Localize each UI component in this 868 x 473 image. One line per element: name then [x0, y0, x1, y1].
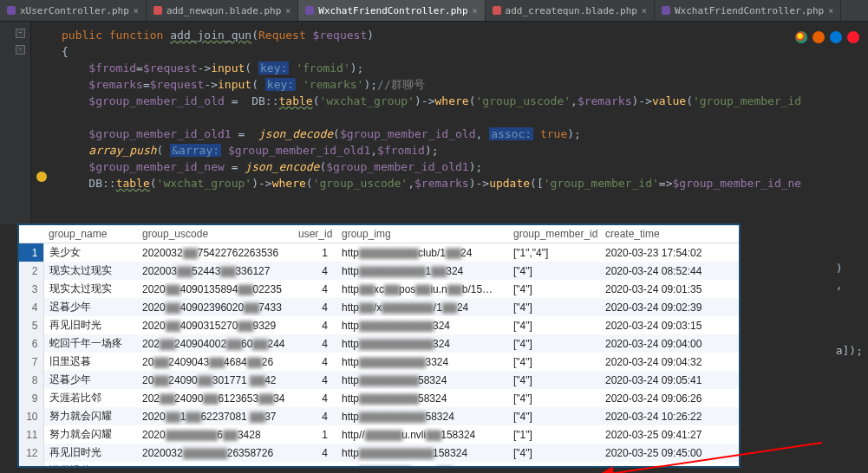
cell-group-uscode: 2020▇▇4090135894▇▇02235 — [137, 280, 293, 298]
close-icon[interactable]: × — [134, 6, 139, 16]
cell-group-img: http▇▇▇▇▇▇▇iu.nvli▇▇158324 — [336, 462, 508, 468]
cell-user-id: 4 — [293, 262, 336, 280]
opera-icon[interactable] — [847, 31, 859, 43]
tab-0[interactable]: xUserController.php× — [0, 0, 147, 21]
cell-user-id: 4 — [293, 353, 336, 371]
tab-3[interactable]: add_createqun.blade.php× — [486, 0, 655, 21]
php-icon — [7, 6, 16, 15]
code-area[interactable]: public function add_join_qun(Request $re… — [31, 22, 801, 224]
table-row[interactable]: 9天涯若比邻202▇▇24090▇▇6123653▇▇344http▇▇▇▇▇▇… — [19, 389, 739, 407]
cell-group-img: http▇▇▇▇▇▇▇▇58324 — [336, 389, 508, 407]
cell-group-name: 现实太过现实 — [43, 280, 137, 298]
cell-group-img: http▇▇▇▇▇▇▇▇▇▇324 — [336, 334, 508, 353]
blade-icon — [493, 6, 501, 15]
tab-4[interactable]: WxchatFriendController.php× — [655, 0, 841, 21]
cell-group-uscode: 2020▇▇4090315270▇▇9329 — [137, 316, 293, 334]
cell-group-name: 再见旧时光 — [43, 444, 137, 462]
table-row[interactable]: 1美少女2020032▇▇754227622635361http▇▇▇▇▇▇▇▇… — [19, 243, 739, 262]
table-row[interactable]: 5再见旧时光2020▇▇4090315270▇▇93294http▇▇▇▇▇▇▇… — [19, 316, 739, 334]
cell-group-member-id: ["4"] — [508, 353, 600, 371]
table-row[interactable]: 10努力就会闪耀2020▇▇1▇▇62237081 ▇▇374http▇▇▇▇▇… — [19, 407, 739, 425]
table-row[interactable]: 6蛇回千年一场疼202▇▇240904002▇▇60▇▇2444http▇▇▇▇… — [19, 334, 739, 353]
cell-group-member-id: ["4"] — [508, 371, 600, 389]
tab-2[interactable]: WxchatFriendController.php× — [298, 0, 485, 21]
col-create_time[interactable]: create_time — [600, 225, 739, 243]
cell-group-img: http▇▇▇▇▇▇▇▇▇1▇▇324 — [336, 262, 508, 280]
cell-group-name: 迟暮少年 — [43, 298, 137, 316]
row-index: 6 — [19, 334, 43, 353]
cell-group-name: 旧里迟暮 — [43, 462, 137, 468]
cell-group-member-id: ["1"] — [508, 425, 600, 444]
cell-user-id: 4 — [293, 298, 336, 316]
browser-icons-toolbar — [795, 31, 859, 43]
fold-icon[interactable]: - — [16, 45, 25, 55]
row-index: 7 — [19, 353, 43, 371]
chrome-icon[interactable] — [795, 31, 807, 43]
cell-create-time: 2020-03-24 08:52:44 — [600, 262, 739, 280]
close-icon[interactable]: × — [642, 6, 647, 16]
cell-user-id: 4 — [293, 389, 336, 407]
col-group_name[interactable]: group_name — [43, 225, 137, 243]
php-icon — [662, 6, 670, 15]
cell-group-member-id: ["1","4"] — [508, 243, 600, 262]
cell-user-id: 1 — [293, 425, 336, 444]
cell-group-uscode: 2020032▇▇▇▇▇▇26358726 — [137, 444, 293, 462]
cell-create-time: 2020-03-24 09:03:15 — [600, 316, 739, 334]
result-table[interactable]: group_namegroup_uscodeuser_idgroup_imggr… — [19, 225, 739, 468]
cell-create-time: 2020-03-24 09:01:35 — [600, 280, 739, 298]
cell-create-time: 2020-03-25 09:41:27 — [600, 425, 739, 444]
gutter: - - — [0, 22, 31, 224]
cell-group-img: http▇▇xc▇▇pos▇▇iu.n▇▇b/15▇▇324 — [336, 280, 508, 298]
col-index[interactable] — [19, 225, 43, 243]
table-row[interactable]: 4迟暮少年2020▇▇40902396020▇▇74334http▇▇/x▇▇▇… — [19, 298, 739, 316]
table-row[interactable]: 13旧里迟暮20200325100305577285530421http▇▇▇▇… — [19, 462, 739, 468]
close-icon[interactable]: × — [473, 6, 478, 16]
table-row[interactable]: 2现实太过现实202003▇▇52443▇▇3361274http▇▇▇▇▇▇▇… — [19, 262, 739, 280]
lightbulb-icon[interactable] — [36, 172, 47, 182]
row-index: 13 — [19, 462, 43, 468]
cell-group-uscode: 2020032510030557728553042 — [137, 462, 293, 468]
cell-group-uscode: 2020▇▇▇▇▇▇▇6▇▇3428 — [137, 425, 293, 444]
col-group_member_id[interactable]: group_member_id — [508, 225, 600, 243]
table-row[interactable]: 7旧里迟暮20▇▇2409043▇▇4684▇▇264http▇▇▇▇▇▇▇▇▇… — [19, 353, 739, 371]
cell-group-name: 现实太过现实 — [43, 262, 137, 280]
cell-group-member-id: ["4"] — [508, 298, 600, 316]
table-row[interactable]: 8迟暮少年20▇▇24090▇▇301771 ▇▇424http▇▇▇▇▇▇▇▇… — [19, 371, 739, 389]
col-group_img[interactable]: group_img — [336, 225, 508, 243]
row-index: 10 — [19, 407, 43, 425]
cell-user-id: 4 — [293, 407, 336, 425]
code-editor[interactable]: - - public function add_join_qun(Request… — [0, 22, 868, 224]
cell-group-uscode: 202▇▇24090▇▇6123653▇▇34 — [137, 389, 293, 407]
row-index: 9 — [19, 389, 43, 407]
col-group_uscode[interactable]: group_uscode — [137, 225, 293, 243]
cell-group-name: 努力就会闪耀 — [43, 425, 137, 444]
fold-icon[interactable]: - — [16, 29, 25, 38]
cell-user-id: 4 — [293, 371, 336, 389]
table-row[interactable]: 11努力就会闪耀2020▇▇▇▇▇▇▇6▇▇34281http//▇▇▇▇▇u.… — [19, 425, 739, 444]
cell-create-time: 2020-03-24 09:06:26 — [600, 389, 739, 407]
close-icon[interactable]: × — [285, 6, 290, 16]
table-row[interactable]: 12再见旧时光2020032▇▇▇▇▇▇263587264http▇▇▇▇▇▇▇… — [19, 444, 739, 462]
cell-user-id: 4 — [293, 444, 336, 462]
cell-user-id: 1 — [293, 243, 336, 262]
cell-group-name: 迟暮少年 — [43, 371, 137, 389]
col-user_id[interactable]: user_id — [293, 225, 336, 243]
cell-group-name: 天涯若比邻 — [43, 389, 137, 407]
tab-1[interactable]: add_newqun.blade.php× — [147, 0, 298, 21]
cell-group-name: 美少女 — [43, 243, 137, 262]
close-icon[interactable]: × — [828, 6, 833, 16]
cell-group-uscode: 202▇▇240904002▇▇60▇▇244 — [137, 334, 293, 353]
row-index: 8 — [19, 371, 43, 389]
cell-user-id: 4 — [293, 316, 336, 334]
cell-create-time: 2020-03-25 09:45:00 — [600, 444, 739, 462]
cell-group-member-id: ["4"] — [508, 280, 600, 298]
ie-icon[interactable] — [830, 31, 842, 43]
row-index: 12 — [19, 444, 43, 462]
cell-create-time: 2020-03-25 10:03:05 — [600, 462, 739, 468]
cell-group-member-id: ["4"] — [508, 262, 600, 280]
cell-group-name: 努力就会闪耀 — [43, 407, 137, 425]
cell-group-member-id: ["4"] — [508, 334, 600, 353]
table-row[interactable]: 3现实太过现实2020▇▇4090135894▇▇022354http▇▇xc▇… — [19, 280, 739, 298]
row-index: 4 — [19, 298, 43, 316]
firefox-icon[interactable] — [813, 31, 825, 43]
